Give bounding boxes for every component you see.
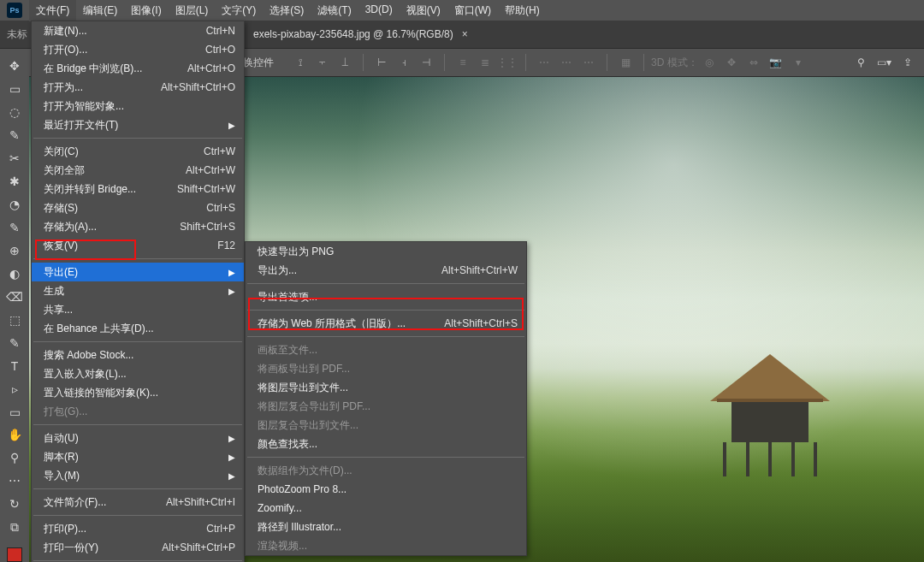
tool-1[interactable]: ▭ — [3, 80, 26, 99]
file-menu-item[interactable]: 文件简介(F)...Alt+Shift+Ctrl+I — [32, 493, 244, 512]
tool-0[interactable]: ✥ — [3, 56, 26, 76]
align-vcenter-icon[interactable]: ⫟ — [313, 53, 332, 72]
tool-4[interactable]: ✂ — [3, 149, 26, 169]
file-menu-item[interactable]: 关闭并转到 Bridge...Shift+Ctrl+W — [32, 180, 244, 198]
file-menu-item[interactable]: 打包(G)... — [32, 402, 244, 421]
file-menu-item[interactable]: 打开(O)...Ctrl+O — [32, 40, 244, 59]
file-menu-item[interactable]: 关闭(C)Ctrl+W — [32, 142, 244, 161]
file-menu-item[interactable]: 新建(N)...Ctrl+N — [32, 21, 244, 40]
tool-13[interactable]: T — [3, 356, 26, 376]
file-menu-item[interactable]: 置入链接的智能对象(K)... — [32, 383, 244, 402]
distribute-5-icon[interactable]: ⋯ — [557, 53, 576, 72]
export-menu-item[interactable]: 数据组作为文件(D)... — [246, 461, 526, 480]
tool-10[interactable]: ⌫ — [3, 287, 26, 306]
export-menu-item[interactable]: 路径到 Illustrator... — [246, 518, 526, 536]
file-menu-item[interactable]: 共享... — [32, 300, 244, 319]
align-top-icon[interactable]: ⟟ — [291, 53, 310, 72]
tool-8[interactable]: ⊕ — [3, 241, 26, 261]
file-menu-item[interactable]: 导出(E)▶ — [32, 263, 244, 281]
tool-3[interactable]: ✎ — [3, 126, 26, 145]
tool-20[interactable]: ⧉ — [3, 518, 26, 537]
file-menu-item[interactable]: 打开为...Alt+Shift+Ctrl+O — [32, 78, 244, 97]
distribute-2-icon[interactable]: ≣ — [476, 53, 495, 72]
document-tab[interactable]: exels-pixabay-235648.jpg @ 16.7%(RGB/8) … — [243, 21, 478, 48]
light-icon[interactable]: ▾ — [789, 53, 808, 72]
menu-separator — [247, 457, 524, 458]
export-menu-item[interactable]: Zoomify... — [246, 499, 526, 518]
distribute-4-icon[interactable]: ⋯ — [535, 53, 554, 72]
file-menu-item[interactable]: 脚本(R)▶ — [32, 447, 244, 466]
file-menu-item[interactable]: 生成▶ — [32, 281, 244, 300]
share-icon[interactable]: ⇪ — [903, 56, 912, 68]
tool-11[interactable]: ⬚ — [3, 310, 26, 329]
close-tab-icon[interactable]: × — [462, 28, 468, 40]
file-menu-item[interactable]: 导入(M)▶ — [32, 466, 244, 485]
distribute-1-icon[interactable]: ≡ — [453, 53, 472, 72]
export-menu-item[interactable]: 将图层导出到文件... — [246, 378, 526, 397]
menu-图像i[interactable]: 图像(I) — [124, 0, 168, 21]
tool-12[interactable]: ✎ — [3, 333, 26, 352]
orbit-icon[interactable]: ◎ — [700, 53, 719, 72]
distribute-3-icon[interactable]: ⋮⋮ — [498, 53, 517, 72]
file-menu-item[interactable]: 关闭全部Alt+Ctrl+W — [32, 161, 244, 180]
tool-7[interactable]: ✎ — [3, 218, 26, 238]
tool-2[interactable]: ◌ — [3, 103, 26, 122]
file-menu-item[interactable]: 存储(S)Ctrl+S — [32, 198, 244, 217]
file-menu-item[interactable]: 打印一份(Y)Alt+Shift+Ctrl+P — [32, 538, 244, 557]
menu-编辑e[interactable]: 编辑(E) — [76, 0, 124, 21]
menu-item-label: 存储(S) — [44, 201, 182, 216]
file-menu-item[interactable]: 自动(U)▶ — [32, 429, 244, 447]
tool-15[interactable]: ▭ — [3, 402, 26, 422]
export-menu-item[interactable]: 导出首选项... — [246, 287, 526, 306]
export-submenu: 快速导出为 PNG导出为...Alt+Shift+Ctrl+W导出首选项...存… — [245, 241, 527, 556]
file-menu-item[interactable]: 在 Behance 上共享(D)... — [32, 319, 244, 338]
tool-14[interactable]: ▹ — [3, 379, 26, 399]
file-menu-item[interactable]: 打开为智能对象... — [32, 97, 244, 115]
menu-3dd[interactable]: 3D(D) — [358, 0, 400, 21]
menu-文字y[interactable]: 文字(Y) — [215, 0, 263, 21]
file-menu-item[interactable]: 搜索 Adobe Stock... — [32, 346, 244, 364]
camera-icon[interactable]: 📷 — [767, 53, 785, 72]
file-menu-item[interactable]: 置入嵌入对象(L)... — [32, 364, 244, 383]
file-menu-item[interactable]: 打印(P)...Ctrl+P — [32, 519, 244, 538]
menu-帮助h[interactable]: 帮助(H) — [498, 0, 547, 21]
file-menu-item[interactable]: 在 Bridge 中浏览(B)...Alt+Ctrl+O — [32, 59, 244, 78]
tool-9[interactable]: ◐ — [3, 263, 26, 283]
menu-滤镜t[interactable]: 滤镜(T) — [311, 0, 358, 21]
export-menu-item[interactable]: 画板至文件... — [246, 340, 526, 359]
export-menu-item[interactable]: 渲染视频... — [246, 536, 526, 555]
menu-图层l[interactable]: 图层(L) — [169, 0, 216, 21]
pan-icon[interactable]: ✥ — [722, 53, 741, 72]
tool-5[interactable]: ✱ — [3, 172, 26, 192]
tool-16[interactable]: ✋ — [3, 425, 26, 445]
distribute-6-icon[interactable]: ⋯ — [579, 53, 598, 72]
align-right-icon[interactable]: ⊣ — [417, 53, 435, 72]
tool-6[interactable]: ◔ — [3, 195, 26, 215]
align-hcenter-icon[interactable]: ⫞ — [394, 53, 413, 72]
menu-视图v[interactable]: 视图(V) — [400, 0, 447, 21]
align-bottom-icon[interactable]: ⟘ — [335, 53, 354, 72]
export-menu-item[interactable]: 图层复合导出到文件... — [246, 416, 526, 435]
dolly-icon[interactable]: ⇔ — [744, 53, 763, 72]
file-menu-item[interactable]: 存储为(A)...Shift+Ctrl+S — [32, 217, 244, 236]
align-left-icon[interactable]: ⊢ — [372, 53, 391, 72]
search-icon[interactable]: ⚲ — [857, 56, 865, 68]
foreground-color-swatch[interactable] — [7, 547, 22, 562]
menu-选择s[interactable]: 选择(S) — [263, 0, 311, 21]
export-menu-item[interactable]: 颜色查找表... — [246, 435, 526, 453]
export-menu-item[interactable]: 将画板导出到 PDF... — [246, 359, 526, 378]
auto-align-icon[interactable]: ▦ — [616, 53, 635, 72]
menu-文件f[interactable]: 文件(F) — [29, 0, 76, 21]
export-menu-item[interactable]: PhotoZoom Pro 8... — [246, 480, 526, 499]
tool-17[interactable]: ⚲ — [3, 448, 26, 468]
file-menu-item[interactable]: 最近打开文件(T)▶ — [32, 115, 244, 134]
file-menu-item[interactable]: 恢复(V)F12 — [32, 236, 244, 255]
export-menu-item[interactable]: 导出为...Alt+Shift+Ctrl+W — [246, 261, 526, 280]
tool-18[interactable]: ⋯ — [3, 471, 26, 491]
menu-窗口w[interactable]: 窗口(W) — [447, 0, 498, 21]
tool-19[interactable]: ↻ — [3, 494, 26, 514]
export-menu-item[interactable]: 存储为 Web 所用格式（旧版）...Alt+Shift+Ctrl+S — [246, 314, 526, 333]
export-menu-item[interactable]: 快速导出为 PNG — [246, 242, 526, 261]
workspace-icon[interactable]: ▭▾ — [877, 56, 891, 68]
export-menu-item[interactable]: 将图层复合导出到 PDF... — [246, 397, 526, 416]
